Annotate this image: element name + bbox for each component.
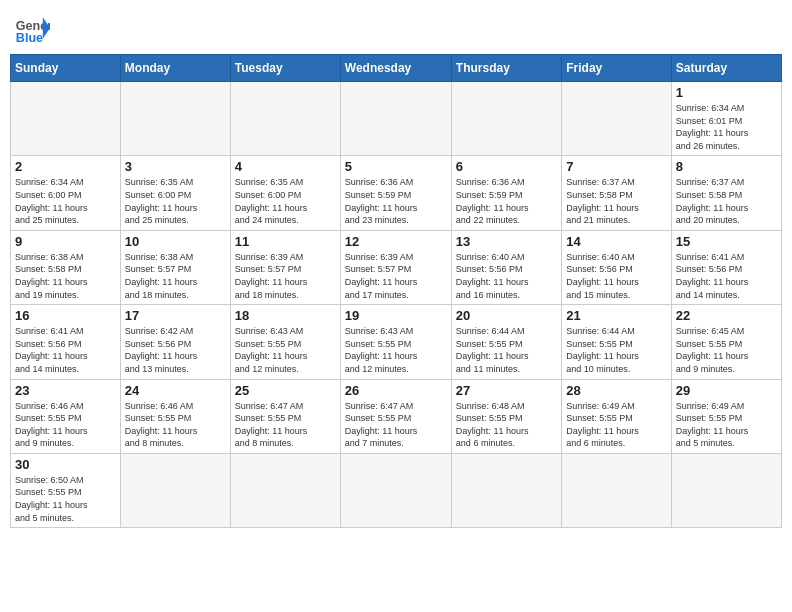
day-number: 17: [125, 308, 226, 323]
day-number: 7: [566, 159, 666, 174]
day-number: 23: [15, 383, 116, 398]
weekday-header-tuesday: Tuesday: [230, 55, 340, 82]
day-number: 25: [235, 383, 336, 398]
day-cell: 14Sunrise: 6:40 AMSunset: 5:56 PMDayligh…: [562, 230, 671, 304]
day-number: 6: [456, 159, 557, 174]
day-info: Sunrise: 6:37 AMSunset: 5:58 PMDaylight:…: [676, 176, 777, 226]
day-cell: [230, 82, 340, 156]
day-cell: 18Sunrise: 6:43 AMSunset: 5:55 PMDayligh…: [230, 305, 340, 379]
day-info: Sunrise: 6:36 AMSunset: 5:59 PMDaylight:…: [456, 176, 557, 226]
day-info: Sunrise: 6:43 AMSunset: 5:55 PMDaylight:…: [345, 325, 447, 375]
day-number: 18: [235, 308, 336, 323]
day-number: 21: [566, 308, 666, 323]
day-cell: 1Sunrise: 6:34 AMSunset: 6:01 PMDaylight…: [671, 82, 781, 156]
day-cell: 30Sunrise: 6:50 AMSunset: 5:55 PMDayligh…: [11, 453, 121, 527]
day-info: Sunrise: 6:35 AMSunset: 6:00 PMDaylight:…: [235, 176, 336, 226]
day-cell: 10Sunrise: 6:38 AMSunset: 5:57 PMDayligh…: [120, 230, 230, 304]
day-cell: 9Sunrise: 6:38 AMSunset: 5:58 PMDaylight…: [11, 230, 121, 304]
day-cell: 7Sunrise: 6:37 AMSunset: 5:58 PMDaylight…: [562, 156, 671, 230]
weekday-header-saturday: Saturday: [671, 55, 781, 82]
day-cell: [671, 453, 781, 527]
day-cell: [562, 82, 671, 156]
day-cell: 20Sunrise: 6:44 AMSunset: 5:55 PMDayligh…: [451, 305, 561, 379]
day-info: Sunrise: 6:42 AMSunset: 5:56 PMDaylight:…: [125, 325, 226, 375]
logo-icon: General Blue: [14, 10, 50, 46]
day-cell: 21Sunrise: 6:44 AMSunset: 5:55 PMDayligh…: [562, 305, 671, 379]
day-info: Sunrise: 6:35 AMSunset: 6:00 PMDaylight:…: [125, 176, 226, 226]
day-number: 19: [345, 308, 447, 323]
day-cell: [230, 453, 340, 527]
day-info: Sunrise: 6:34 AMSunset: 6:00 PMDaylight:…: [15, 176, 116, 226]
day-number: 29: [676, 383, 777, 398]
day-info: Sunrise: 6:37 AMSunset: 5:58 PMDaylight:…: [566, 176, 666, 226]
weekday-header-thursday: Thursday: [451, 55, 561, 82]
day-cell: 27Sunrise: 6:48 AMSunset: 5:55 PMDayligh…: [451, 379, 561, 453]
week-row-1: 1Sunrise: 6:34 AMSunset: 6:01 PMDaylight…: [11, 82, 782, 156]
day-info: Sunrise: 6:41 AMSunset: 5:56 PMDaylight:…: [15, 325, 116, 375]
day-cell: [120, 453, 230, 527]
day-number: 5: [345, 159, 447, 174]
day-cell: [11, 82, 121, 156]
day-number: 9: [15, 234, 116, 249]
day-info: Sunrise: 6:48 AMSunset: 5:55 PMDaylight:…: [456, 400, 557, 450]
day-cell: 11Sunrise: 6:39 AMSunset: 5:57 PMDayligh…: [230, 230, 340, 304]
day-cell: [120, 82, 230, 156]
day-number: 15: [676, 234, 777, 249]
day-cell: 28Sunrise: 6:49 AMSunset: 5:55 PMDayligh…: [562, 379, 671, 453]
day-info: Sunrise: 6:50 AMSunset: 5:55 PMDaylight:…: [15, 474, 116, 524]
day-info: Sunrise: 6:38 AMSunset: 5:58 PMDaylight:…: [15, 251, 116, 301]
day-info: Sunrise: 6:38 AMSunset: 5:57 PMDaylight:…: [125, 251, 226, 301]
week-row-6: 30Sunrise: 6:50 AMSunset: 5:55 PMDayligh…: [11, 453, 782, 527]
day-cell: 6Sunrise: 6:36 AMSunset: 5:59 PMDaylight…: [451, 156, 561, 230]
day-cell: 2Sunrise: 6:34 AMSunset: 6:00 PMDaylight…: [11, 156, 121, 230]
day-number: 3: [125, 159, 226, 174]
day-info: Sunrise: 6:46 AMSunset: 5:55 PMDaylight:…: [15, 400, 116, 450]
weekday-header-wednesday: Wednesday: [340, 55, 451, 82]
day-cell: [451, 453, 561, 527]
day-info: Sunrise: 6:39 AMSunset: 5:57 PMDaylight:…: [345, 251, 447, 301]
day-number: 16: [15, 308, 116, 323]
day-number: 10: [125, 234, 226, 249]
day-number: 13: [456, 234, 557, 249]
day-number: 20: [456, 308, 557, 323]
day-cell: [451, 82, 561, 156]
day-info: Sunrise: 6:46 AMSunset: 5:55 PMDaylight:…: [125, 400, 226, 450]
day-info: Sunrise: 6:36 AMSunset: 5:59 PMDaylight:…: [345, 176, 447, 226]
logo: General Blue: [14, 10, 50, 46]
day-info: Sunrise: 6:49 AMSunset: 5:55 PMDaylight:…: [676, 400, 777, 450]
calendar-table: SundayMondayTuesdayWednesdayThursdayFrid…: [10, 54, 782, 528]
day-cell: 13Sunrise: 6:40 AMSunset: 5:56 PMDayligh…: [451, 230, 561, 304]
day-info: Sunrise: 6:41 AMSunset: 5:56 PMDaylight:…: [676, 251, 777, 301]
week-row-3: 9Sunrise: 6:38 AMSunset: 5:58 PMDaylight…: [11, 230, 782, 304]
day-number: 30: [15, 457, 116, 472]
day-number: 27: [456, 383, 557, 398]
day-info: Sunrise: 6:40 AMSunset: 5:56 PMDaylight:…: [456, 251, 557, 301]
day-number: 28: [566, 383, 666, 398]
day-cell: 25Sunrise: 6:47 AMSunset: 5:55 PMDayligh…: [230, 379, 340, 453]
day-cell: 26Sunrise: 6:47 AMSunset: 5:55 PMDayligh…: [340, 379, 451, 453]
day-cell: 12Sunrise: 6:39 AMSunset: 5:57 PMDayligh…: [340, 230, 451, 304]
day-info: Sunrise: 6:44 AMSunset: 5:55 PMDaylight:…: [456, 325, 557, 375]
day-number: 1: [676, 85, 777, 100]
day-number: 22: [676, 308, 777, 323]
day-number: 4: [235, 159, 336, 174]
day-number: 12: [345, 234, 447, 249]
day-cell: 4Sunrise: 6:35 AMSunset: 6:00 PMDaylight…: [230, 156, 340, 230]
day-info: Sunrise: 6:34 AMSunset: 6:01 PMDaylight:…: [676, 102, 777, 152]
week-row-5: 23Sunrise: 6:46 AMSunset: 5:55 PMDayligh…: [11, 379, 782, 453]
week-row-2: 2Sunrise: 6:34 AMSunset: 6:00 PMDaylight…: [11, 156, 782, 230]
day-number: 14: [566, 234, 666, 249]
day-cell: [562, 453, 671, 527]
day-cell: 3Sunrise: 6:35 AMSunset: 6:00 PMDaylight…: [120, 156, 230, 230]
day-cell: 22Sunrise: 6:45 AMSunset: 5:55 PMDayligh…: [671, 305, 781, 379]
day-number: 8: [676, 159, 777, 174]
day-cell: 24Sunrise: 6:46 AMSunset: 5:55 PMDayligh…: [120, 379, 230, 453]
day-info: Sunrise: 6:47 AMSunset: 5:55 PMDaylight:…: [345, 400, 447, 450]
day-info: Sunrise: 6:40 AMSunset: 5:56 PMDaylight:…: [566, 251, 666, 301]
day-info: Sunrise: 6:49 AMSunset: 5:55 PMDaylight:…: [566, 400, 666, 450]
day-cell: 29Sunrise: 6:49 AMSunset: 5:55 PMDayligh…: [671, 379, 781, 453]
day-info: Sunrise: 6:39 AMSunset: 5:57 PMDaylight:…: [235, 251, 336, 301]
week-row-4: 16Sunrise: 6:41 AMSunset: 5:56 PMDayligh…: [11, 305, 782, 379]
day-cell: 16Sunrise: 6:41 AMSunset: 5:56 PMDayligh…: [11, 305, 121, 379]
day-info: Sunrise: 6:43 AMSunset: 5:55 PMDaylight:…: [235, 325, 336, 375]
